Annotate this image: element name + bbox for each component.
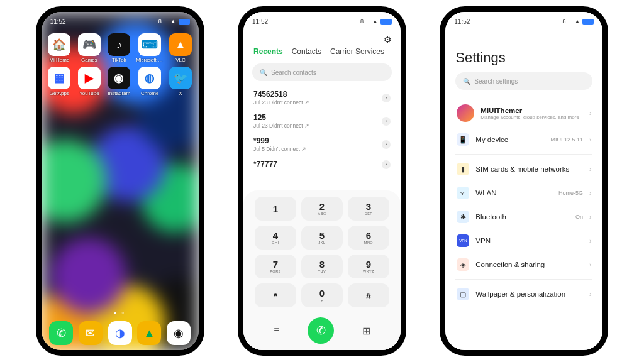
- app-youtube[interactable]: ▶YouTube: [76, 67, 103, 96]
- key-letters: PQRS: [270, 270, 281, 273]
- tab-contacts[interactable]: Contacts: [292, 47, 321, 56]
- status-time: 11:52: [50, 18, 66, 25]
- key-letters: TUV: [318, 270, 326, 273]
- settings-screen: Settings 🔍 Search settings MIUIThemer Ma…: [445, 12, 602, 350]
- chevron-right-icon[interactable]: ›: [382, 160, 391, 169]
- key-8[interactable]: 8TUV: [301, 255, 343, 278]
- key-4[interactable]: 4GHI: [255, 226, 296, 250]
- call-button[interactable]: ✆: [308, 317, 334, 344]
- app-icon: ◉: [108, 67, 130, 89]
- key-7[interactable]: 7PQRS: [255, 255, 296, 278]
- key-5[interactable]: 5JKL: [301, 226, 343, 250]
- battery-icon: [179, 19, 190, 25]
- call-row[interactable]: *999Jul 5 Didn't connect ↗›: [253, 133, 391, 156]
- app-label: TikTok: [112, 57, 126, 63]
- app-chrome[interactable]: ◍Chrome: [136, 67, 164, 96]
- settings-row-connection-sharing[interactable]: ◈Connection & sharing›: [455, 253, 592, 277]
- call-number: 125: [253, 113, 309, 122]
- key-letters: ABC: [318, 212, 326, 216]
- call-row[interactable]: 125Jul 23 Didn't connect ↗›: [253, 109, 391, 133]
- battery-icon: [582, 19, 594, 25]
- app-vlc[interactable]: ▲VLC: [167, 33, 194, 63]
- chevron-right-icon[interactable]: ›: [382, 117, 391, 126]
- search-contacts-input[interactable]: 🔍 Search contacts: [252, 63, 392, 81]
- dialpad-toggle-icon[interactable]: ⊞: [362, 325, 370, 337]
- row-icon: ▢: [457, 288, 469, 300]
- status-signal-icon: 8 ⋮ ▲: [562, 18, 580, 25]
- battery-icon: [380, 19, 392, 25]
- row-icon: ᯤ: [457, 187, 469, 199]
- tab-recents[interactable]: Recents: [253, 47, 283, 56]
- account-row[interactable]: MIUIThemer Manage accounts, cloud servic…: [455, 99, 592, 128]
- app-instagram[interactable]: ◉Instagram: [106, 67, 133, 96]
- settings-icon[interactable]: ⚙: [384, 35, 392, 45]
- settings-row-wallpaper-personalization[interactable]: ▢Wallpaper & personalization›: [455, 282, 592, 306]
- row-label: SIM cards & mobile networks: [475, 165, 583, 173]
- key-digit: 6: [366, 231, 371, 240]
- app-games[interactable]: 🎮Games: [76, 33, 103, 63]
- row-icon: ▮: [457, 163, 469, 175]
- key-digit: #: [366, 291, 371, 300]
- key-6[interactable]: 6MNO: [348, 226, 389, 250]
- app-tiktok[interactable]: ♪TikTok: [106, 33, 133, 63]
- call-row[interactable]: *77777›: [253, 156, 391, 173]
- app-icon: ⌨: [138, 33, 161, 56]
- dock-phone[interactable]: ✆: [49, 321, 73, 345]
- app-icon: 🐦: [169, 67, 192, 89]
- status-bar: 11:52 8 ⋮ ▲: [42, 14, 199, 28]
- key-digit: 8: [319, 260, 325, 269]
- app-x[interactable]: 🐦X: [167, 67, 194, 96]
- app-label: Chrome: [141, 90, 158, 96]
- row-icon: 📱: [457, 133, 469, 146]
- status-bar: 11:52 8 ⋮ ▲: [243, 14, 401, 28]
- app-label: Instagram: [108, 90, 131, 96]
- chevron-right-icon[interactable]: ›: [382, 94, 391, 102]
- status-bar: 11:52 8 ⋮ ▲: [445, 14, 602, 28]
- call-number: *999: [253, 136, 306, 145]
- app-label: GetApps: [50, 90, 69, 96]
- call-meta: Jul 5 Didn't connect ↗: [253, 146, 306, 152]
- key-digit: 1: [273, 204, 278, 214]
- divider: [455, 154, 592, 155]
- row-icon: VPN: [457, 234, 469, 247]
- app-label: VLC: [175, 57, 186, 63]
- dock-browser[interactable]: ◑: [108, 321, 132, 345]
- menu-icon[interactable]: ≡: [274, 325, 279, 336]
- call-row[interactable]: 74562518Jul 23 Didn't connect ↗›: [253, 86, 391, 109]
- app-microsoft-swiftkey-[interactable]: ⌨Microsoft SwiftKey ...: [136, 33, 164, 63]
- chevron-right-icon: ›: [589, 291, 591, 298]
- chevron-right-icon: ›: [589, 190, 591, 197]
- dock-messages[interactable]: ✉: [79, 321, 103, 345]
- page-indicator: ● ○: [42, 310, 199, 315]
- chevron-right-icon: ›: [589, 238, 591, 244]
- account-name: MIUIThemer: [480, 107, 583, 114]
- dock-gallery[interactable]: ▲: [137, 321, 161, 345]
- row-label: Wallpaper & personalization: [475, 290, 583, 298]
- tab-carrier-services[interactable]: Carrier Services: [330, 47, 384, 56]
- chevron-right-icon[interactable]: ›: [382, 140, 391, 149]
- key-3[interactable]: 3DEF: [348, 197, 389, 221]
- settings-row-my-device[interactable]: 📱My deviceMIUI 12.5.11›: [455, 128, 592, 151]
- settings-row-sim-cards-mobile-networks[interactable]: ▮SIM cards & mobile networks›: [455, 157, 592, 181]
- key-*[interactable]: *: [255, 283, 296, 307]
- app-mi-home[interactable]: 🏠Mi Home: [47, 33, 73, 63]
- app-getapps[interactable]: ▦GetApps: [47, 67, 73, 96]
- key-2[interactable]: 2ABC: [301, 197, 343, 221]
- dock-camera[interactable]: ◉: [167, 321, 191, 345]
- app-icon: ◍: [138, 67, 161, 89]
- settings-row-bluetooth[interactable]: ✱BluetoothOn›: [455, 205, 592, 229]
- key-0[interactable]: 0+: [301, 283, 343, 307]
- status-signal-icon: 8 ⋮ ▲: [360, 18, 378, 25]
- key-1[interactable]: 1: [255, 197, 296, 221]
- chevron-right-icon: ›: [589, 261, 591, 268]
- status-signal-icon: 8 ⋮ ▲: [158, 18, 176, 25]
- key-#[interactable]: #: [348, 283, 389, 307]
- status-time: 11:52: [454, 18, 470, 25]
- key-9[interactable]: 9WXYZ: [348, 255, 389, 278]
- key-letters: DEF: [365, 212, 373, 216]
- chevron-right-icon: ›: [589, 214, 591, 221]
- search-settings-input[interactable]: 🔍 Search settings: [455, 72, 592, 90]
- recent-calls-list: 74562518Jul 23 Didn't connect ↗›125Jul 2…: [243, 86, 401, 173]
- settings-row-vpn[interactable]: VPNVPN›: [455, 229, 592, 253]
- settings-row-wlan[interactable]: ᯤWLANHome-5G›: [455, 181, 592, 205]
